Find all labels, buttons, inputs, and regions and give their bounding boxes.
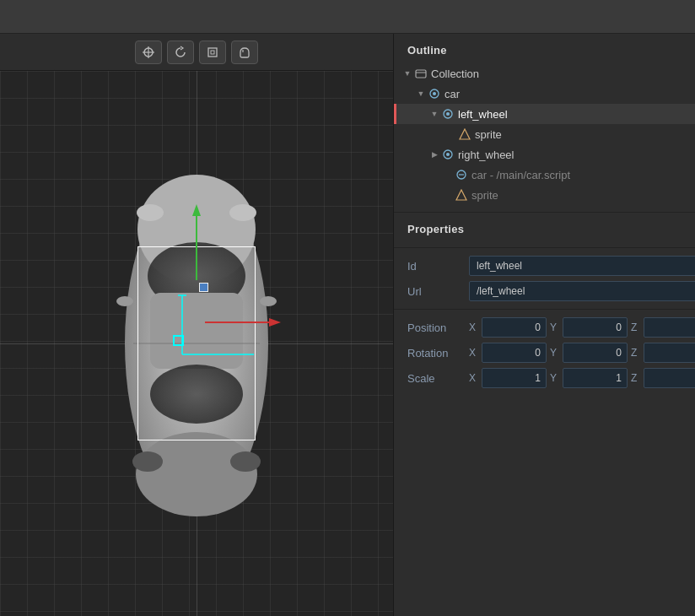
viewport-toolbar: [0, 34, 393, 71]
tree-item-sprite2[interactable]: ▶ sprite: [394, 185, 695, 205]
prop-row-scale: Scale X 1 Y 1 Z: [394, 365, 695, 391]
svg-point-16: [116, 296, 133, 306]
position-y-input[interactable]: 0: [563, 317, 628, 338]
toggle-left-wheel[interactable]: ▼: [428, 107, 441, 121]
svg-rect-3: [208, 48, 217, 57]
left-wheel-icon: [441, 107, 455, 121]
toggle-right-wheel[interactable]: ▶: [428, 148, 441, 161]
viewport-canvas[interactable]: [0, 71, 393, 616]
properties-section: Properties Id left_wheel Url /left_wheel…: [394, 213, 695, 616]
svg-marker-31: [460, 129, 470, 139]
svg-point-13: [137, 204, 164, 221]
rotate-tool-button[interactable]: [167, 41, 194, 64]
scale-x-field: X 1: [469, 368, 547, 388]
rotation-xyz-group: X 0 Y 0 Z 0: [469, 343, 695, 363]
svg-point-12: [230, 451, 261, 472]
tree-label-car: car: [444, 88, 460, 100]
top-bar: [0, 0, 695, 34]
tree-item-right-wheel[interactable]: ▶ right_wheel: [394, 144, 695, 165]
svg-rect-25: [416, 70, 426, 78]
prop-value-url[interactable]: /left_wheel: [469, 281, 695, 301]
tree-item-car-script[interactable]: ▶ car - /main/car.script: [394, 165, 695, 185]
properties-title: Properties: [394, 223, 695, 242]
svg-point-33: [446, 153, 450, 156]
svg-marker-36: [456, 190, 466, 200]
scale-xyz-group: X 1 Y 1 Z 1: [469, 368, 695, 388]
rotation-x-field: X 0: [469, 343, 547, 363]
position-y-field: Y 0: [550, 317, 628, 338]
viewport-panel: [0, 34, 393, 616]
svg-rect-4: [211, 51, 214, 54]
rotation-z-input[interactable]: 0: [644, 343, 695, 363]
right-panel: Outline ▼ Collection ▼ car: [393, 34, 695, 616]
tree-label-collection: Collection: [431, 68, 479, 80]
car-script-icon: [455, 168, 468, 181]
divider-1: [394, 247, 695, 248]
divider-2: [394, 309, 695, 310]
outline-section: Outline ▼ Collection ▼ car: [394, 34, 695, 213]
grab-tool-button[interactable]: [231, 41, 258, 64]
position-z-input[interactable]: 0: [644, 317, 695, 338]
prop-row-position: Position X 0 Y 0 Z: [394, 315, 695, 340]
tree-label-left-wheel: left_wheel: [458, 108, 508, 121]
prop-label-url: Url: [407, 285, 462, 298]
prop-value-id[interactable]: left_wheel: [469, 256, 695, 276]
position-x-label: X: [469, 322, 479, 333]
sprite2-icon: [455, 188, 468, 202]
tree-label-sprite2: sprite: [471, 189, 498, 202]
scale-y-field: Y 1: [550, 368, 628, 388]
svg-point-9: [150, 365, 243, 424]
scale-y-input[interactable]: 1: [563, 368, 628, 388]
position-z-field: Z 0: [631, 317, 695, 338]
tree-item-collection[interactable]: ▼ Collection: [394, 63, 695, 84]
position-xyz-group: X 0 Y 0 Z 0: [469, 317, 695, 338]
car-object[interactable]: [104, 162, 289, 525]
tree-item-car[interactable]: ▼ car: [394, 84, 695, 104]
position-z-label: Z: [631, 322, 641, 333]
sprite-icon: [458, 127, 471, 141]
prop-label-id: Id: [407, 260, 462, 273]
prop-label-position: Position: [407, 322, 462, 334]
svg-rect-8: [150, 293, 243, 369]
position-x-field: X 0: [469, 317, 547, 338]
rotation-z-label: Z: [631, 347, 641, 359]
scale-x-input[interactable]: 1: [482, 368, 547, 388]
prop-row-id: Id left_wheel: [394, 253, 695, 278]
rotation-y-input[interactable]: 0: [563, 343, 628, 363]
scale-x-label: X: [469, 372, 479, 384]
car-icon: [428, 87, 441, 100]
collection-icon: [414, 67, 428, 80]
prop-label-scale: Scale: [407, 372, 462, 385]
svg-point-11: [132, 451, 163, 472]
toggle-collection[interactable]: ▼: [401, 67, 414, 80]
svg-point-28: [433, 92, 436, 95]
scale-z-field: Z 1: [631, 368, 695, 388]
scale-tool-button[interactable]: [199, 41, 226, 64]
main-area: Outline ▼ Collection ▼ car: [0, 34, 695, 616]
rotation-z-field: Z 0: [631, 343, 695, 363]
prop-row-rotation: Rotation X 0 Y 0 Z: [394, 340, 695, 365]
svg-point-14: [229, 204, 256, 221]
position-x-input[interactable]: 0: [482, 317, 547, 338]
prop-row-url: Url /left_wheel: [394, 278, 695, 304]
tree-item-sprite[interactable]: ▶ sprite: [394, 124, 695, 144]
svg-point-17: [260, 296, 277, 306]
scale-z-input[interactable]: 1: [644, 368, 695, 388]
position-y-label: Y: [550, 322, 560, 333]
toggle-car[interactable]: ▼: [414, 87, 428, 100]
tree-label-car-script: car - /main/car.script: [471, 169, 570, 181]
outline-title: Outline: [394, 44, 695, 63]
scale-z-label: Z: [631, 372, 641, 384]
rotation-x-input[interactable]: 0: [482, 343, 547, 363]
rotation-y-label: Y: [550, 347, 560, 359]
svg-point-30: [446, 112, 450, 116]
tree-item-left-wheel[interactable]: ▼ left_wheel: [394, 104, 695, 124]
move-tool-button[interactable]: [135, 41, 162, 64]
svg-point-10: [136, 432, 257, 516]
rotation-y-field: Y 0: [550, 343, 628, 363]
rotation-x-label: X: [469, 347, 479, 359]
tree-label-right-wheel: right_wheel: [458, 149, 515, 161]
tree-label-sprite: sprite: [475, 128, 502, 141]
right-wheel-icon: [441, 148, 455, 161]
scale-y-label: Y: [550, 372, 560, 384]
